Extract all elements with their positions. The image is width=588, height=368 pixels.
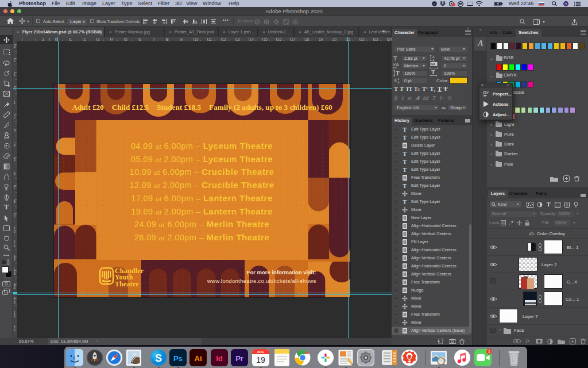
svg-text:T: T [403,126,407,132]
svg-text:T: T [403,199,407,205]
svg-text:AUG: AUG [257,350,264,354]
svg-text:VA: VA [431,63,436,66]
svg-text:T: T [403,151,407,156]
svg-text:T: T [403,159,407,164]
svg-text:Id: Id [216,354,223,363]
svg-text:A: A [393,78,397,83]
svg-text:19: 19 [256,355,265,365]
svg-text:Pr: Pr [235,354,243,363]
svg-text:T: T [403,135,407,140]
svg-text:Ps: Ps [173,354,183,363]
svg-text:T: T [403,183,407,189]
svg-text:Ai: Ai [195,354,202,363]
svg-text:a: a [398,77,400,80]
svg-text:A: A [432,59,435,62]
svg-text:S: S [155,352,162,364]
svg-text:A: A [396,62,399,67]
svg-text:T: T [396,70,400,76]
svg-text:T: T [431,70,435,75]
svg-text:T: T [403,167,407,172]
svg-text:1: 1 [488,350,490,354]
svg-text:V: V [393,62,396,67]
